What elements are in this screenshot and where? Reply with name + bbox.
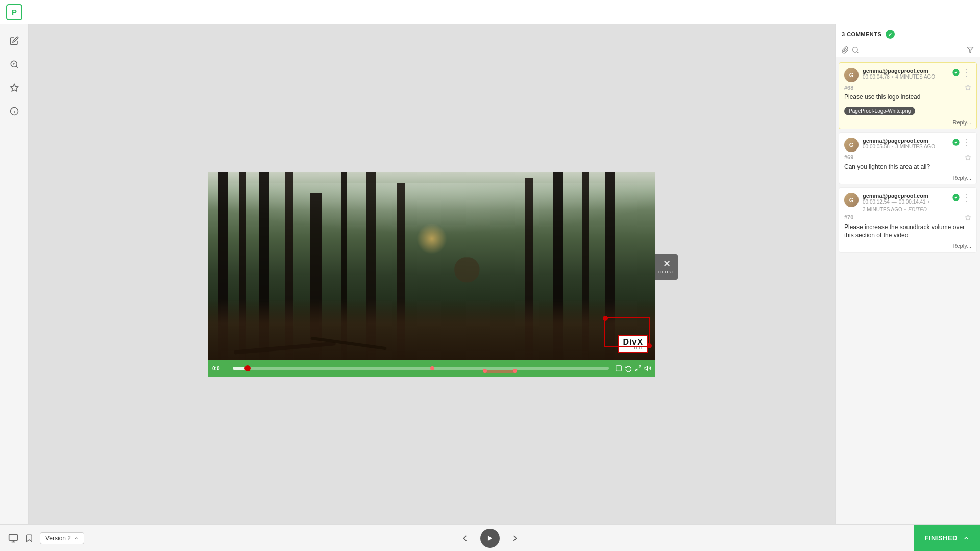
star-icon-2[interactable] xyxy=(965,154,971,161)
more-menu-1[interactable]: ⋮ xyxy=(962,68,971,77)
bottom-left-controls: Version 2 xyxy=(8,532,84,544)
comment-number-3: #70 xyxy=(844,214,853,220)
comments-header: 3 COMMENTS ✓ xyxy=(836,24,980,43)
video-frame[interactable]: DivX HD xyxy=(208,172,655,360)
timeline-btn-4[interactable] xyxy=(644,365,651,372)
close-panel-button[interactable]: ✕ CLOSE xyxy=(655,254,678,280)
finished-button[interactable]: FINISHED xyxy=(914,525,980,552)
svg-marker-17 xyxy=(965,155,971,160)
comment-attachment-1[interactable]: PageProof-Logo-White.png xyxy=(844,107,915,115)
comment-timecode-end-3: 00:00:14.41 xyxy=(899,199,926,205)
comment-card-2: G gemma@pageproof.com 00:00:05.58 • 3 MI… xyxy=(839,132,977,184)
svg-marker-19 xyxy=(965,215,971,220)
reply-btn-3[interactable]: Reply... xyxy=(953,243,971,249)
check-icon: ✓ xyxy=(888,32,892,37)
svg-line-8 xyxy=(639,366,641,368)
app-logo: P xyxy=(6,4,22,20)
header-bar: P xyxy=(0,0,980,24)
video-player-wrapper: DivX HD 0:0 xyxy=(208,172,655,377)
selection-box xyxy=(604,317,650,347)
logo-letter: P xyxy=(12,8,17,16)
comment-number-1: #68 xyxy=(844,85,853,91)
current-time: 0:0 xyxy=(212,366,227,371)
comment-marker-1 xyxy=(430,366,434,370)
video-timeline[interactable]: 0:0 xyxy=(208,360,655,377)
comment-author-3: gemma@pageproof.com xyxy=(863,193,948,199)
comment-card-3: G gemma@pageproof.com 00:00:12.54 — 00:0… xyxy=(839,187,977,253)
attach-icon[interactable] xyxy=(842,46,849,54)
svg-line-12 xyxy=(857,52,859,53)
bookmark-icon[interactable] xyxy=(24,534,34,543)
resolve-icon-2[interactable] xyxy=(952,138,960,146)
playhead-dot xyxy=(244,365,251,371)
comment-card-1: G gemma@pageproof.com 00:00:04.78 • 4 MI… xyxy=(839,62,977,129)
svg-rect-7 xyxy=(616,366,622,371)
svg-marker-15 xyxy=(965,85,971,90)
avatar-2: G xyxy=(844,138,859,152)
svg-marker-13 xyxy=(967,47,973,53)
play-button[interactable] xyxy=(480,529,500,548)
search-icon-comments[interactable] xyxy=(852,46,859,54)
timeline-controls xyxy=(615,365,651,372)
comment-timecode-1: 00:00:04.78 xyxy=(863,74,890,80)
svg-point-11 xyxy=(853,47,857,52)
comment-author-1: gemma@pageproof.com xyxy=(863,68,948,74)
reply-btn-1[interactable]: Reply... xyxy=(953,119,971,126)
comments-resolved-badge: ✓ xyxy=(886,30,895,39)
prev-button[interactable] xyxy=(460,533,470,543)
timeline-btn-1[interactable] xyxy=(615,365,622,372)
timeline-track[interactable] xyxy=(233,367,609,370)
resolve-icon-1[interactable] xyxy=(952,68,960,77)
search-input-comments[interactable] xyxy=(862,46,964,54)
left-sidebar xyxy=(0,24,29,524)
comment-text-3: Please increase the soundtrack volume ov… xyxy=(844,223,971,240)
divx-hd-text: HD xyxy=(634,346,643,350)
svg-line-1 xyxy=(16,66,17,67)
timeline-range xyxy=(485,370,515,373)
comment-timecode-2: 00:00:05.58 xyxy=(863,144,890,149)
more-menu-2[interactable]: ⋮ xyxy=(962,138,971,147)
bottom-bar: Version 2 FINISHED xyxy=(0,524,980,551)
zoom-icon[interactable] xyxy=(5,55,23,73)
edited-badge-3: EDITED xyxy=(908,207,927,212)
comment-text-2: Can you lighten this area at all? xyxy=(844,163,971,171)
comment-timeago-3: 3 MINUTES AGO xyxy=(863,207,902,212)
effects-icon[interactable] xyxy=(5,79,23,97)
svg-marker-23 xyxy=(488,535,492,541)
avatar-3: G xyxy=(844,193,859,207)
info-icon[interactable] xyxy=(5,102,23,120)
star-icon-1[interactable] xyxy=(965,84,971,91)
svg-line-9 xyxy=(635,369,638,371)
comment-timeago-2: 3 MINUTES AGO xyxy=(895,144,935,149)
timeline-btn-2[interactable] xyxy=(625,365,632,372)
comment-author-2: gemma@pageproof.com xyxy=(863,138,948,144)
more-menu-3[interactable]: ⋮ xyxy=(962,193,971,202)
chevron-up-icon-finished xyxy=(963,535,970,542)
timeline-btn-3[interactable] xyxy=(634,365,642,372)
comment-timeago-1: 4 MINUTES AGO xyxy=(895,74,935,80)
close-label: CLOSE xyxy=(658,270,675,274)
playback-controls xyxy=(460,529,520,548)
avatar-1: G xyxy=(844,68,859,82)
comment-timecode-start-3: 00:00:12.54 xyxy=(863,199,890,205)
svg-rect-20 xyxy=(9,534,18,540)
comments-panel: 3 COMMENTS ✓ G gemma@pa xyxy=(835,24,980,524)
comments-list: G gemma@pageproof.com 00:00:04.78 • 4 MI… xyxy=(836,57,980,524)
comments-count-label: 3 COMMENTS xyxy=(842,31,881,37)
screen-icon[interactable] xyxy=(8,533,18,543)
version-label: Version 2 xyxy=(45,535,71,542)
comment-text-1: Please use this logo instead xyxy=(844,93,971,102)
video-area: DivX HD 0:0 xyxy=(29,24,835,524)
pen-tool-icon[interactable] xyxy=(5,32,23,50)
star-icon-3[interactable] xyxy=(965,214,971,221)
bottom-right: FINISHED xyxy=(914,525,980,552)
comment-number-2: #69 xyxy=(844,154,853,160)
next-button[interactable] xyxy=(510,533,520,543)
comments-toolbar xyxy=(836,43,980,57)
resolve-icon-3[interactable] xyxy=(952,193,960,202)
version-selector[interactable]: Version 2 xyxy=(40,532,84,544)
finished-label: FINISHED xyxy=(924,534,958,542)
reply-btn-2[interactable]: Reply... xyxy=(953,174,971,181)
chevron-up-icon xyxy=(74,536,79,541)
filter-icon[interactable] xyxy=(967,46,974,54)
